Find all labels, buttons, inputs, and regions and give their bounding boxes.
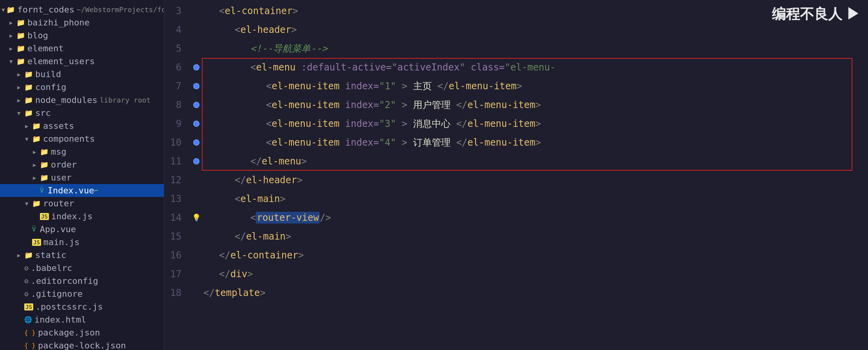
folder-icon: 📁 — [24, 83, 33, 91]
code-line-11: </el-menu> — [191, 152, 868, 171]
sidebar-item-label: element_users — [27, 56, 95, 66]
watermark: 编程不良人 ▶ — [772, 5, 860, 24]
sidebar-item-label: user — [51, 173, 72, 182]
sidebar-item-assets[interactable]: 📁 assets — [0, 119, 164, 132]
code-content-15: </el-main> — [203, 227, 291, 246]
line-num-16: 16 — [164, 246, 182, 265]
sidebar-item-user[interactable]: 📁 user — [0, 171, 164, 184]
folder-icon: 📁 — [32, 199, 41, 207]
sidebar-item-element_users[interactable]: 📁 element_users — [0, 55, 164, 68]
code-content-13: <el-main> — [203, 189, 286, 208]
code-line-9: <el-menu-item index="3" > 消息中心 </el-menu… — [191, 114, 868, 133]
sidebar-item-router-index-js[interactable]: JS index.js — [0, 210, 164, 223]
sidebar-item-label: msg — [51, 147, 66, 157]
folder-icon: 📁 — [24, 70, 33, 78]
code-content-16: </el-container> — [203, 246, 304, 265]
sidebar-item-router[interactable]: 📁 router — [0, 197, 164, 210]
sidebar-item-msg[interactable]: 📁 msg — [0, 145, 164, 158]
sidebar-item-editorconfig[interactable]: ⚙ .editorconfig — [0, 274, 164, 287]
sidebar-item-label: .gitignore — [31, 289, 83, 299]
code-content-10: <el-menu-item index="4" > 订单管理 </el-menu… — [203, 133, 541, 152]
file-icon: ⚙ — [24, 277, 29, 285]
sidebar-item-node_modules[interactable]: 📁 node_modules library root — [0, 94, 164, 106]
line-num-7: 7 — [164, 77, 182, 96]
code-content-17: </div> — [203, 265, 253, 283]
breakpoint-dot-10 — [193, 139, 199, 146]
sidebar-item-index-html[interactable]: 🌐 index.html — [0, 313, 164, 326]
sidebar-item-label: build — [35, 69, 61, 79]
code-line-7: <el-menu-item index="1" > 主页 </el-menu-i… — [191, 77, 868, 96]
sidebar-item-order[interactable]: 📁 order — [0, 158, 164, 171]
folder-icon: 📁 — [6, 5, 15, 14]
sidebar-item-label: .editorconfig — [31, 276, 98, 286]
arrow-icon — [2, 7, 5, 13]
gutter-9 — [191, 121, 202, 127]
code-content-8: <el-menu-item index="2" > 用户管理 </el-menu… — [203, 96, 541, 114]
breakpoint-dot-9 — [193, 121, 199, 127]
code-content-6: <el-menu :default-active="activeIndex" c… — [203, 58, 555, 77]
sidebar-item-baizhi_phone[interactable]: 📁 baizhi_phone — [0, 16, 164, 29]
code-content-14: <router-view/> — [203, 208, 331, 227]
sidebar-item-label: package.json — [38, 328, 100, 337]
sidebar-item-blog[interactable]: 📁 blog — [0, 29, 164, 42]
json-file-icon: { } — [24, 342, 36, 349]
gutter-10 — [191, 139, 202, 146]
bulb-icon: 💡 — [192, 208, 201, 227]
breakpoint-dot-6 — [193, 64, 199, 70]
code-line-15: </el-main> — [191, 227, 868, 246]
sidebar-item-package-lock-json[interactable]: { } package-lock.json — [0, 339, 164, 350]
folder-icon: 📁 — [24, 96, 33, 104]
arrow-icon — [25, 200, 31, 207]
sidebar-item-label: main.js — [43, 237, 80, 247]
line-num-11: 11 — [164, 152, 182, 171]
sidebar-item-fornt_codes[interactable]: 📁 fornt_codes ~/WebstormProjects/fornt_c… — [0, 3, 164, 16]
folder-icon: 📁 — [16, 57, 25, 65]
arrow-icon — [33, 162, 38, 168]
code-lines: <el-container> <el-header> <!--导航菜单--> — [188, 2, 868, 350]
sidebar-item-components[interactable]: 📁 components — [0, 132, 164, 145]
sidebar-item-package-json[interactable]: { } package.json — [0, 326, 164, 339]
sidebar-item-label: App.vue — [40, 224, 76, 234]
line-num-13: 13 — [164, 189, 182, 208]
sidebar-item-app-vue[interactable]: V̈ App.vue — [0, 223, 164, 236]
sidebar-item-label: blog — [27, 31, 48, 40]
gutter-11 — [191, 158, 202, 164]
sidebar-item-postcssrc[interactable]: JS .postcssrc.js — [0, 300, 164, 313]
arrow-icon — [17, 84, 23, 90]
folder-icon: 📁 — [16, 18, 25, 27]
sidebar-item-label: static — [35, 250, 66, 260]
sidebar-item-main-js[interactable]: JS main.js — [0, 236, 164, 249]
sidebar-item-config[interactable]: 📁 config — [0, 81, 164, 94]
sidebar-item-babelrc[interactable]: ⚙ .babelrc — [0, 262, 164, 274]
sidebar-item-label: fornt_codes — [17, 5, 74, 14]
file-icon: ⚙ — [24, 264, 29, 272]
sidebar-item-src[interactable]: 📁 src — [0, 106, 164, 119]
arrow-icon — [9, 58, 15, 65]
sidebar-item-label: baizhi_phone — [27, 18, 90, 27]
sidebar-item-label: element — [27, 43, 64, 53]
code-line-10: <el-menu-item index="4" > 订单管理 </el-menu… — [191, 133, 868, 152]
sidebar-item-element[interactable]: 📁 element — [0, 42, 164, 55]
sidebar-item-gitignore[interactable]: ⚙ .gitignore — [0, 287, 164, 300]
line-num-4: 4 — [164, 20, 182, 39]
gutter-7 — [191, 83, 202, 89]
code-editor: 3 4 5 6 7 8 9 10 11 12 13 14 15 16 17 18 — [164, 0, 868, 350]
code-content-3: <el-container> — [203, 2, 298, 20]
folder-icon: 📁 — [40, 148, 49, 156]
line-numbers: 3 4 5 6 7 8 9 10 11 12 13 14 15 16 17 18 — [164, 2, 188, 350]
code-line-17: </div> — [191, 265, 868, 283]
arrow-icon — [9, 20, 15, 26]
code-line-14: 💡 <router-view/> — [191, 208, 868, 227]
code-content-5: <!--导航菜单--> — [203, 39, 327, 58]
line-num-17: 17 — [164, 265, 182, 283]
sidebar-item-label: assets — [43, 121, 74, 131]
code-line-6: <el-menu :default-active="activeIndex" c… — [191, 58, 868, 77]
folder-icon: 📁 — [40, 161, 49, 169]
folder-icon: 📁 — [16, 31, 25, 40]
sidebar-item-index-vue[interactable]: V̈ Index.vue ⌐ — [0, 184, 164, 197]
line-num-9: 9 — [164, 114, 182, 133]
sidebar-item-static[interactable]: 📁 static — [0, 249, 164, 262]
js-file-icon: JS — [40, 213, 49, 220]
sidebar-item-build[interactable]: 📁 build — [0, 68, 164, 81]
line-num-10: 10 — [164, 133, 182, 152]
